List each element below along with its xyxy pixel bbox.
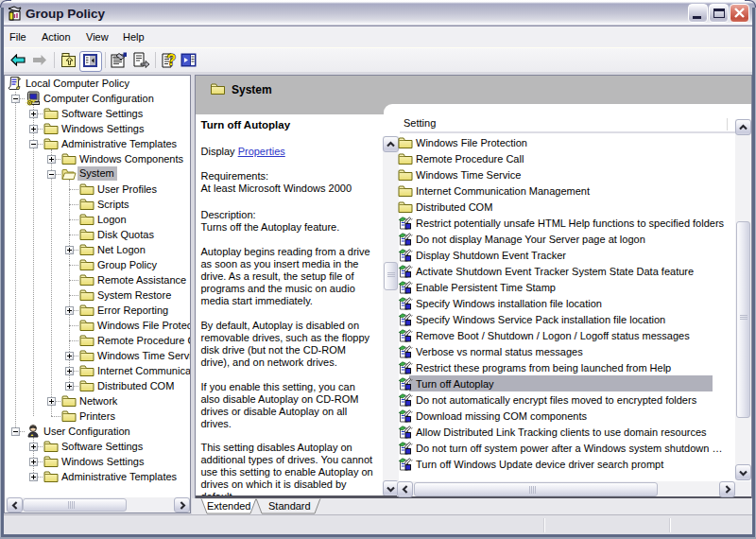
svg-text:?: ? <box>167 52 177 68</box>
